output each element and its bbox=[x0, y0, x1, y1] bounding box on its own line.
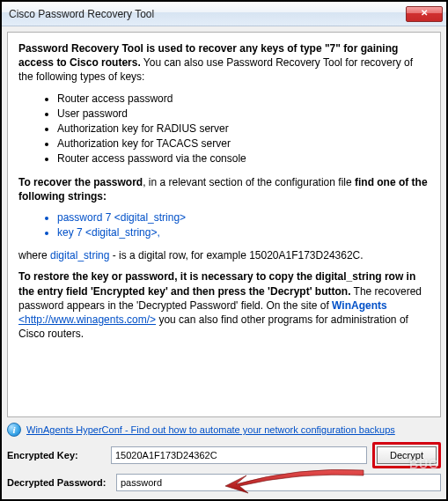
titlebar[interactable]: Cisco Password Recovery Tool ✕ bbox=[2, 2, 446, 26]
decrypted-password-row: Decrypted Password: bbox=[7, 474, 441, 491]
keytype-list: Router access password User password Aut… bbox=[57, 92, 430, 166]
winagents-link[interactable]: <http://www.winagents.com/> bbox=[18, 313, 156, 326]
recover-paragraph: To recover the password, in a relevant s… bbox=[18, 175, 430, 203]
description-panel: Password Recovery Tool is used to recove… bbox=[7, 32, 441, 417]
list-item: key 7 <digital_string>, bbox=[57, 225, 430, 239]
encrypted-key-label: Encrypted Key: bbox=[7, 450, 111, 460]
close-button[interactable]: ✕ bbox=[406, 6, 443, 22]
list-item: password 7 <digital_string> bbox=[57, 210, 430, 225]
where-t1: where bbox=[18, 249, 50, 262]
close-icon: ✕ bbox=[421, 11, 428, 15]
digital-string-term: digital_string bbox=[50, 249, 109, 262]
encrypted-key-row: Encrypted Key: Decrypt bbox=[7, 442, 441, 468]
decrypt-button[interactable]: Decrypt bbox=[377, 446, 437, 464]
decrypted-password-label: Decrypted Password: bbox=[7, 477, 116, 488]
recover-t1: , in a relevant section of the configura… bbox=[143, 176, 355, 188]
intro-paragraph: Password Recovery Tool is used to recove… bbox=[18, 41, 430, 85]
strings-list: password 7 <digital_string> key 7 <digit… bbox=[57, 210, 430, 239]
where-t2: - is a digital row, for example 15020A1F… bbox=[109, 249, 363, 262]
list-item: Router access password via the console bbox=[57, 151, 430, 166]
winagents-label: WinAgents bbox=[332, 299, 387, 312]
window-title: Cisco Password Recovery Tool bbox=[9, 8, 406, 20]
hyperconf-link[interactable]: WinAgents HyperConf - Find out how to au… bbox=[26, 424, 395, 435]
list-item: Router access password bbox=[57, 92, 430, 106]
recover-b1: To recover the password bbox=[18, 176, 143, 188]
list-item: Authorization key for TACACS server bbox=[57, 136, 430, 151]
list-item: Authorization key for RADIUS server bbox=[57, 122, 430, 136]
encrypted-key-input[interactable] bbox=[111, 446, 367, 464]
info-icon: i bbox=[7, 423, 21, 437]
hyperconf-row: i WinAgents HyperConf - Find out how to … bbox=[7, 423, 441, 437]
where-paragraph: where digital_string - is a digital row,… bbox=[18, 248, 430, 262]
decrypted-password-input[interactable] bbox=[116, 474, 441, 491]
dialog-window: Cisco Password Recovery Tool ✕ Password … bbox=[0, 0, 448, 501]
decrypt-highlight: Decrypt bbox=[372, 442, 441, 468]
restore-paragraph: To restore the key or password, it is ne… bbox=[18, 269, 430, 341]
list-item: User password bbox=[57, 107, 430, 121]
